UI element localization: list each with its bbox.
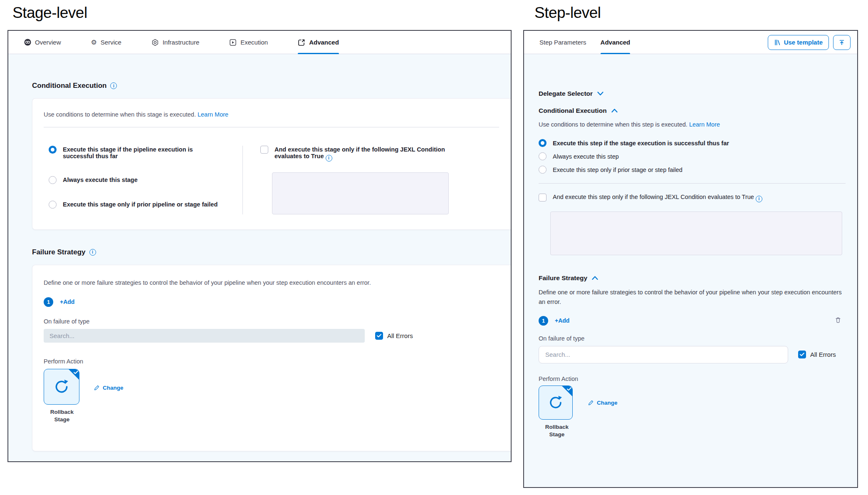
radio-option-label: Execute this stage only if prior pipelin… xyxy=(63,201,218,208)
conditional-execution-description: Use conditions to determine when this st… xyxy=(539,121,846,128)
radio-option-label: Execute this stage if the pipeline execu… xyxy=(63,146,200,159)
jexl-checkbox-label: And execute this stage only if the follo… xyxy=(274,146,449,162)
strategy-index-badge[interactable]: 1 xyxy=(44,297,53,307)
rollback-stage-action-tile[interactable] xyxy=(44,369,79,405)
jexl-checkbox-row[interactable]: And execute this stage only if the follo… xyxy=(260,146,499,162)
tab-execution-label: Execution xyxy=(240,39,268,46)
radio-unselected[interactable] xyxy=(539,166,547,174)
delegate-selector-toggle[interactable]: Delegate Selector xyxy=(539,54,846,97)
stage-panel: Overview ⚙ Service Infrastructure Execut… xyxy=(7,30,512,462)
all-errors-option[interactable]: All Errors xyxy=(798,351,836,358)
jexl-checkbox[interactable] xyxy=(260,146,268,154)
divider xyxy=(539,183,846,184)
radio-option-row[interactable]: Execute this step if the stage execution… xyxy=(539,139,846,147)
tab-infrastructure[interactable]: Infrastructure xyxy=(151,31,199,54)
upload-button[interactable] xyxy=(833,35,851,50)
radio-option-row[interactable]: Execute this stage if the pipeline execu… xyxy=(49,146,242,159)
screenshot-canvas: Stage-level Step-level Overview ⚙ Servic… xyxy=(0,0,868,495)
radio-option-label: Execute this step if the stage execution… xyxy=(553,139,729,147)
add-strategy-button[interactable]: +Add xyxy=(555,317,569,324)
radio-unselected[interactable] xyxy=(539,152,547,160)
stage-level-title: Stage-level xyxy=(12,4,87,22)
radio-option-label: Always execute this stage xyxy=(63,176,138,183)
tab-advanced[interactable]: Advanced xyxy=(298,31,339,54)
tab-advanced-label: Advanced xyxy=(309,39,339,46)
tab-overview[interactable]: Overview xyxy=(24,31,61,54)
selected-check-icon xyxy=(567,387,571,391)
step-level-title: Step-level xyxy=(534,4,601,22)
selected-check-icon xyxy=(74,371,78,374)
radio-unselected[interactable] xyxy=(49,201,57,209)
radio-selected[interactable] xyxy=(539,139,547,147)
divider xyxy=(44,127,499,127)
stage-advanced-content: Conditional Execution i Use conditions t… xyxy=(8,54,511,461)
on-failure-of-type-label: On failure of type xyxy=(539,335,846,342)
delegate-selector-label: Delegate Selector xyxy=(539,90,593,97)
pencil-icon xyxy=(588,400,594,406)
info-icon[interactable]: i xyxy=(326,155,332,162)
failure-type-search-input[interactable] xyxy=(539,346,788,363)
learn-more-link[interactable]: Learn More xyxy=(689,121,720,128)
pencil-icon xyxy=(94,385,100,391)
use-template-button[interactable]: Use template xyxy=(768,35,829,50)
radio-option-label: Always execute this step xyxy=(553,153,619,160)
radio-option-row[interactable]: Execute this stage only if prior pipelin… xyxy=(49,201,242,209)
rollback-stage-action-tile[interactable] xyxy=(539,386,573,420)
chevron-up-icon xyxy=(611,109,618,113)
tab-step-advanced[interactable]: Advanced xyxy=(601,31,631,54)
info-icon[interactable]: i xyxy=(89,249,96,256)
info-icon[interactable]: i xyxy=(110,82,117,89)
strategy-index-badge[interactable]: 1 xyxy=(539,316,548,326)
perform-action-label: Perform Action xyxy=(539,376,846,382)
template-library-icon xyxy=(774,39,781,46)
jexl-checkbox-label: And execute this step only if the follow… xyxy=(553,193,762,202)
tab-step-parameters[interactable]: Step Parameters xyxy=(539,31,586,54)
change-action-link[interactable]: Change xyxy=(94,385,124,391)
radio-unselected[interactable] xyxy=(49,176,57,184)
chevron-down-icon xyxy=(597,92,603,96)
execution-play-icon xyxy=(229,39,237,46)
radio-selected[interactable] xyxy=(49,146,57,154)
perform-action-label: Perform Action xyxy=(44,358,498,365)
jexl-condition-textarea[interactable] xyxy=(550,211,842,255)
info-icon[interactable]: i xyxy=(756,196,762,202)
tab-service-label: Service xyxy=(101,39,121,46)
check-icon xyxy=(800,353,804,356)
rollback-icon xyxy=(52,378,71,396)
rollback-stage-label: Rollback Stage xyxy=(44,408,80,423)
failure-type-search-input[interactable] xyxy=(44,329,365,343)
learn-more-link[interactable]: Learn More xyxy=(198,111,228,118)
delete-strategy-button[interactable] xyxy=(834,316,842,326)
add-strategy-button[interactable]: +Add xyxy=(60,298,74,305)
all-errors-checkbox[interactable] xyxy=(798,351,806,358)
all-errors-option[interactable]: All Errors xyxy=(375,332,413,340)
on-failure-of-type-label: On failure of type xyxy=(44,318,498,325)
failure-strategy-description: Define one or more failure strategies to… xyxy=(44,279,498,286)
overview-icon xyxy=(24,39,31,46)
tab-step-advanced-label: Advanced xyxy=(601,39,631,46)
gear-icon: ⚙ xyxy=(91,39,97,46)
conditional-execution-toggle[interactable]: Conditional Execution xyxy=(539,107,846,114)
failure-strategy-card: Define one or more failure strategies to… xyxy=(32,265,511,451)
radio-option-row[interactable]: Always execute this stage xyxy=(49,176,242,184)
trash-icon xyxy=(835,317,841,323)
check-icon xyxy=(377,334,381,338)
step-advanced-content: Delegate Selector Conditional Execution … xyxy=(524,54,857,487)
jexl-checkbox-row[interactable]: And execute this step only if the follow… xyxy=(539,193,846,202)
radio-option-row[interactable]: Always execute this step xyxy=(539,152,846,160)
jexl-condition-section: And execute this stage only if the follo… xyxy=(243,146,499,214)
change-action-link[interactable]: Change xyxy=(588,400,618,406)
tab-step-parameters-label: Step Parameters xyxy=(539,39,586,46)
tab-execution[interactable]: Execution xyxy=(229,31,268,54)
advanced-export-icon xyxy=(298,39,305,46)
failure-strategy-toggle[interactable]: Failure Strategy xyxy=(539,274,846,282)
tab-service[interactable]: ⚙ Service xyxy=(91,31,121,54)
failure-strategy-heading: Failure Strategy i xyxy=(32,248,511,256)
jexl-checkbox[interactable] xyxy=(539,194,547,201)
all-errors-label: All Errors xyxy=(387,332,413,339)
infrastructure-icon xyxy=(151,39,159,46)
conditional-execution-description: Use conditions to determine when this st… xyxy=(44,111,499,118)
radio-option-row[interactable]: Execute this step only if prior stage or… xyxy=(539,166,846,174)
jexl-condition-textarea[interactable] xyxy=(272,172,449,214)
all-errors-checkbox[interactable] xyxy=(375,332,383,340)
